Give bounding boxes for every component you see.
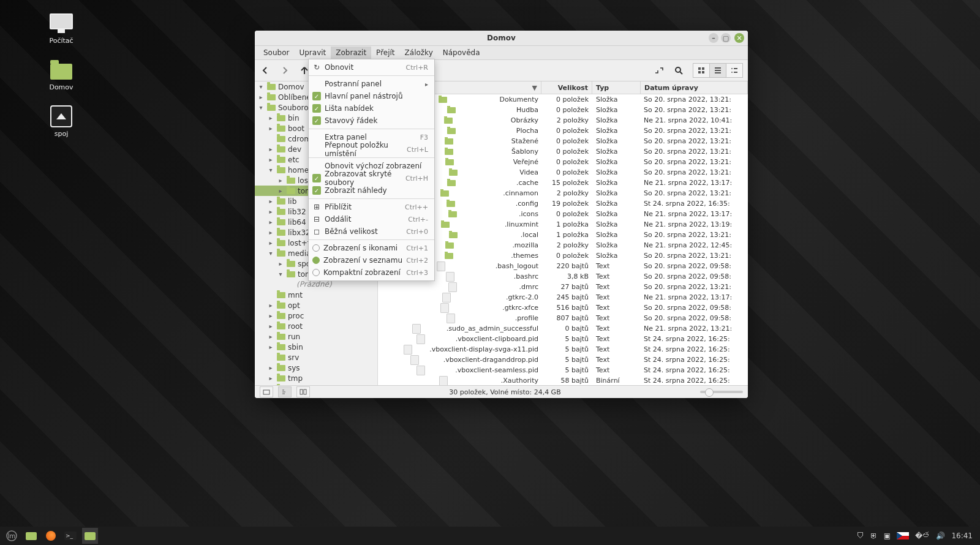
status-tree-button[interactable] (278, 386, 292, 397)
minimize-button[interactable]: – (709, 33, 718, 43)
window-title: Domov (487, 34, 516, 42)
menu-zobrazit[interactable]: Zobrazit (331, 47, 371, 59)
menu-item[interactable]: Přepnout položku umístěníCtrl+L (309, 143, 434, 156)
menu-přejít[interactable]: Přejít (371, 47, 399, 59)
file-row[interactable]: .vboxclient-draganddrop.pid5 bajtůTextSt… (378, 355, 748, 365)
svg-rect-13 (300, 389, 303, 394)
desktop-icon-eject[interactable]: spoj (37, 105, 86, 138)
desktop-icon-home[interactable]: Domov (37, 59, 86, 91)
menubar: SouborUpravitZobrazitPřejítZáložkyNápově… (255, 46, 748, 60)
tree-item[interactable]: ▸sbin (255, 342, 377, 352)
svg-rect-9 (734, 68, 737, 69)
svg-rect-6 (715, 70, 721, 71)
tree-item[interactable]: mnt (255, 290, 377, 300)
tree-item[interactable]: ▸proc (255, 310, 377, 321)
search-button[interactable] (673, 65, 684, 76)
statusbar: 30 položek, Volné místo: 24,4 GB (255, 385, 748, 398)
tray-updates-icon[interactable]: ⛉ (857, 532, 864, 540)
menu-item[interactable]: Zobrazení s ikonamiCtrl+1 (309, 242, 434, 254)
file-row[interactable]: .Xauthority58 bajtůBinárníSt 24. srpna 2… (378, 375, 748, 385)
view-compact-button[interactable] (726, 63, 743, 78)
svg-point-10 (731, 72, 733, 73)
menu-item[interactable]: ✓Zobrazit náhledy (309, 184, 434, 197)
status-places-button[interactable] (260, 386, 273, 397)
menu-item[interactable]: ◻Běžná velikostCtrl+0 (309, 225, 434, 238)
menu-soubor[interactable]: Soubor (258, 47, 294, 59)
folder-icon (49, 59, 74, 81)
tray-network-icon[interactable]: �త (915, 532, 930, 540)
menu-item[interactable]: ✓Lišta nabídek (309, 102, 434, 115)
nav-back-button[interactable] (260, 65, 271, 76)
menu-záložky[interactable]: Záložky (400, 47, 438, 59)
tree-item[interactable]: ▸tmp (255, 373, 377, 383)
desktop: Počítač Domov spoj Domov – ▢ ✕ SouborUpr… (0, 0, 980, 545)
path-toggle-button[interactable] (654, 65, 665, 76)
taskbar-terminal-button[interactable]: >_ (62, 528, 78, 544)
desktop-icon-label: Počítač (49, 37, 73, 45)
svg-rect-2 (702, 67, 704, 70)
tree-item[interactable]: srv (255, 352, 377, 363)
taskbar: lm >_ ⛉ ⛨ ▣ �త 🔊 16:41 (0, 527, 980, 545)
menu-item[interactable]: Kompaktní zobrazeníCtrl+3 (309, 266, 434, 279)
desktop-icon-label: spoj (55, 130, 69, 138)
maximize-button[interactable]: ▢ (721, 33, 731, 43)
tree-item[interactable]: ▸root (255, 321, 377, 331)
svg-rect-1 (698, 67, 701, 70)
file-row[interactable]: .vboxclient-seamless.pid5 bajtůTextSt 24… (378, 365, 748, 375)
svg-rect-7 (715, 72, 721, 73)
view-list-button[interactable] (710, 63, 726, 78)
svg-rect-12 (263, 390, 270, 394)
col-size[interactable]: Velikost (541, 81, 592, 94)
file-row[interactable]: .gtkrc-xfce516 bajtůTextSo 20. srpna 202… (378, 303, 748, 313)
view-icons-button[interactable] (693, 63, 710, 78)
menu-item[interactable]: ✓Hlavní panel nástrojů (309, 90, 434, 102)
titlebar[interactable]: Domov – ▢ ✕ (255, 31, 748, 46)
file-row[interactable]: .dmrc27 bajtůTextSo 20. srpna 2022, 13:2… (378, 282, 748, 292)
file-row[interactable]: .gtkrc-2.0245 bajtůTextNe 21. srpna 2022… (378, 292, 748, 303)
tree-item[interactable]: ▸opt (255, 300, 377, 310)
menu-item[interactable]: Postranní panel▸ (309, 78, 434, 90)
menu-nápověda[interactable]: Nápověda (438, 47, 485, 59)
view-mode-group (693, 63, 743, 78)
svg-rect-14 (304, 389, 306, 394)
close-button[interactable]: ✕ (734, 33, 744, 43)
menu-item[interactable]: ⊞PřiblížitCtrl++ (309, 201, 434, 213)
svg-rect-11 (734, 72, 737, 73)
menu-item[interactable]: ✓Zobrazovat skryté souboryCtrl+H (309, 172, 434, 184)
menu-item[interactable]: ✓Stavový řádek (309, 115, 434, 127)
menu-item[interactable]: ↻ObnovitCtrl+R (309, 61, 434, 73)
file-row[interactable]: .vboxclient-display-svga-x11.pid5 bajtůT… (378, 344, 748, 355)
computer-icon (49, 12, 74, 34)
status-dual-button[interactable] (296, 386, 310, 397)
file-row[interactable]: .vboxclient-clipboard.pid5 bajtůTextSt 2… (378, 334, 748, 344)
nav-forward-button[interactable] (279, 65, 290, 76)
zoom-slider[interactable] (700, 391, 743, 393)
menu-item[interactable]: Zobrazení v seznamuCtrl+2 (309, 254, 434, 266)
status-text: 30 položek, Volné místo: 24,4 GB (315, 388, 695, 396)
tree-item[interactable]: ▸sys (255, 363, 377, 373)
menu-upravit[interactable]: Upravit (294, 47, 331, 59)
file-row[interactable]: .profile807 bajtůTextSo 20. srpna 2022, … (378, 313, 748, 323)
svg-text:lm: lm (8, 533, 16, 539)
svg-rect-5 (715, 67, 721, 69)
tray-keyboard-layout[interactable] (897, 532, 909, 539)
col-type[interactable]: Typ (592, 81, 641, 94)
svg-point-8 (731, 68, 733, 69)
menu-item[interactable]: ⊟OddálitCtrl+- (309, 213, 434, 225)
eject-icon (49, 105, 74, 127)
clock[interactable]: 16:41 (951, 532, 973, 540)
tree-item[interactable]: ▸run (255, 331, 377, 342)
taskbar-files-button[interactable] (23, 528, 39, 544)
view-menu-dropdown[interactable]: ↻ObnovitCtrl+RPostranní panel▸✓Hlavní pa… (308, 59, 435, 281)
tray-display-icon[interactable]: ▣ (884, 532, 891, 540)
taskbar-files-running[interactable] (82, 528, 98, 544)
taskbar-firefox-button[interactable] (43, 528, 59, 544)
col-date[interactable]: Datum úpravy (641, 81, 748, 94)
svg-rect-3 (698, 71, 701, 73)
desktop-icon-computer[interactable]: Počítač (37, 12, 86, 45)
desktop-icon-label: Domov (49, 83, 73, 91)
start-menu-button[interactable]: lm (4, 528, 20, 544)
tray-volume-icon[interactable]: 🔊 (936, 532, 945, 540)
file-row[interactable]: .sudo_as_admin_successful0 bajtůTextNe 2… (378, 323, 748, 334)
tray-shield-icon[interactable]: ⛨ (870, 532, 878, 540)
